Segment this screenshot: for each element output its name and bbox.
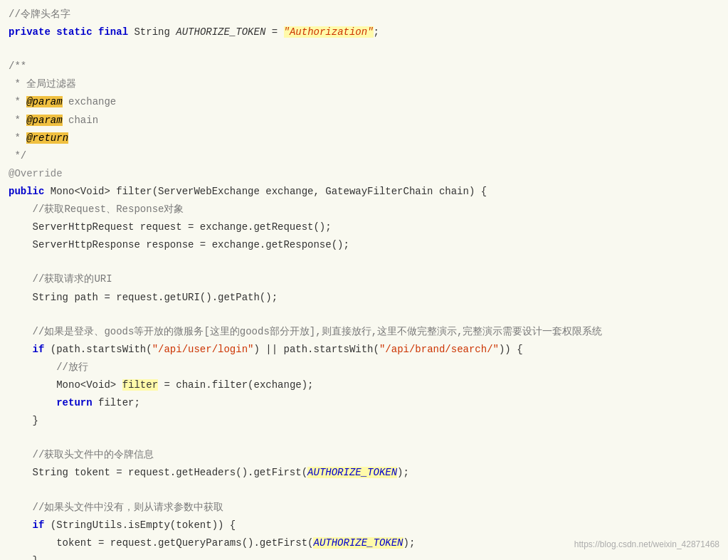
code-line: //获取Request、Response对象 <box>0 201 728 218</box>
code-line: /** <box>0 58 728 75</box>
code-line: if (StringUtils.isEmpty(tokent)) { <box>0 517 728 534</box>
code-line: Mono<Void> filter = chain.filter(exchang… <box>0 376 728 394</box>
code-line <box>0 482 728 499</box>
code-line: String path = request.getURI().getPath()… <box>0 289 728 307</box>
code-line <box>0 254 728 270</box>
code-line: return filter; <box>0 394 728 412</box>
code-line <box>0 307 728 323</box>
code-line: //获取请求的URI <box>0 270 728 288</box>
code-line: //如果是登录、goods等开放的微服务[这里的goods部分开放],则直接放行… <box>0 323 728 341</box>
code-line: ServerHttpRequest request = exchange.get… <box>0 218 728 236</box>
code-line: * @return <box>0 130 728 147</box>
code-line: if (path.startsWith("/api/user/login") |… <box>0 341 728 359</box>
code-line: //如果头文件中没有，则从请求参数中获取 <box>0 499 728 517</box>
code-line: String tokent = request.getHeaders().get… <box>0 464 728 482</box>
watermark: https://blog.csdn.net/weixin_42871468 <box>574 538 719 551</box>
code-line: public Mono<Void> filter(ServerWebExchan… <box>0 183 728 201</box>
code-line: */ <box>0 147 728 165</box>
code-line: //令牌头名字 <box>0 6 728 23</box>
code-line: ServerHttpResponse response = exchange.g… <box>0 236 728 254</box>
code-line: //获取头文件中的令牌信息 <box>0 446 728 464</box>
code-line: @Override <box>0 165 728 183</box>
code-line: private static final String AUTHORIZE_TO… <box>0 23 728 41</box>
code-line: //放行 <box>0 359 728 376</box>
code-line <box>0 430 728 446</box>
code-line: } <box>0 412 728 430</box>
code-line: * @param chain <box>0 112 728 130</box>
code-line: * @param exchange <box>0 93 728 111</box>
code-line <box>0 41 728 58</box>
code-line: } <box>0 552 728 560</box>
code-line: * 全局过滤器 <box>0 75 728 93</box>
code-container: //令牌头名字 private static final String AUTH… <box>0 0 728 560</box>
